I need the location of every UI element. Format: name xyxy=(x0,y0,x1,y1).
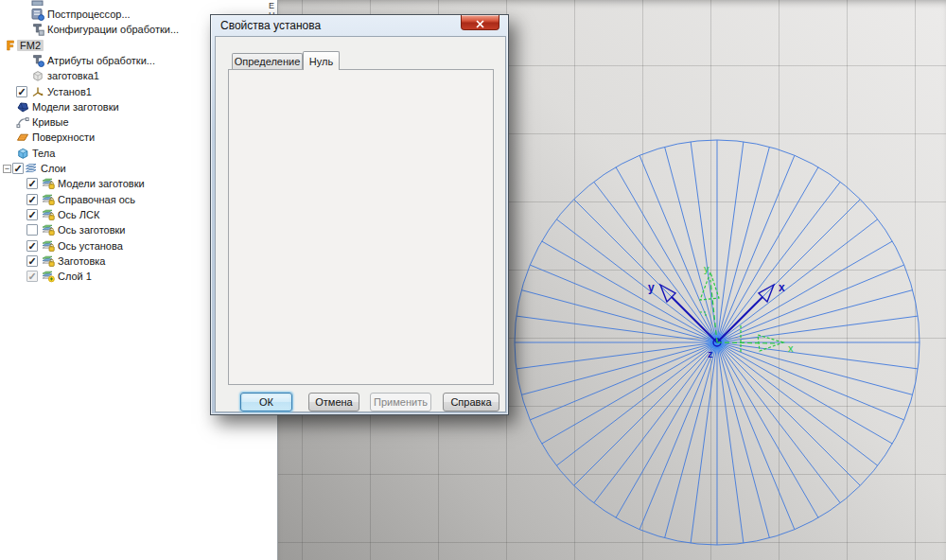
apply-button: Применить xyxy=(370,393,431,411)
tab-zero[interactable]: Нуль xyxy=(303,51,340,70)
tab-definition[interactable]: Определение xyxy=(232,53,303,69)
tree-item-checkbox[interactable]: ✓ xyxy=(16,86,27,97)
fm2-icon xyxy=(4,39,17,52)
tree-item-label: Заготовка xyxy=(58,255,105,267)
layer-lock-icon xyxy=(42,254,55,268)
tree-item-checkbox[interactable]: ✓ xyxy=(26,240,38,252)
tree-item-label: Справочная ось xyxy=(58,194,135,205)
tree-item-checkbox[interactable]: ✓ xyxy=(26,209,38,220)
tree-item-label: Слои xyxy=(41,163,66,174)
tree-item-checkbox[interactable]: ✓ xyxy=(26,178,38,189)
help-button[interactable]: Справка xyxy=(443,393,499,411)
ok-button[interactable]: ОК xyxy=(240,393,292,411)
tree-item-label: Тела xyxy=(32,148,55,159)
tree-item-label: Постпроцессор... xyxy=(47,9,131,20)
layers-icon xyxy=(25,162,38,175)
attributes-icon xyxy=(31,54,44,67)
tree-item-label: Ось заготовки xyxy=(58,224,125,236)
dialog-title: Свойства установа xyxy=(220,19,321,32)
surfaces-icon xyxy=(16,131,29,144)
clipped-icon xyxy=(31,0,44,6)
tree-item-label: Слой 1 xyxy=(58,271,92,282)
tree-item-label: Модели заготовки xyxy=(58,178,145,189)
layer-lock-icon xyxy=(42,193,55,206)
tree-item-label: Ось ЛСК xyxy=(58,209,99,220)
layer-lock-icon xyxy=(42,208,55,221)
postprocessor-icon xyxy=(31,8,44,21)
curves-icon xyxy=(16,115,29,129)
layer-lock-icon xyxy=(42,177,55,190)
tree-collapse-icon[interactable]: − xyxy=(3,165,11,173)
tree-item-label: FM2 xyxy=(17,40,44,51)
tree-item-label: Поверхности xyxy=(32,131,95,143)
tab-page-zero xyxy=(228,69,494,385)
layer-lock-icon xyxy=(42,239,55,253)
tree-item-checkbox[interactable]: ✓ xyxy=(26,194,38,205)
close-button[interactable] xyxy=(461,15,499,30)
configurations-icon xyxy=(31,23,44,36)
tree-item-label: заготовка1 xyxy=(47,70,99,81)
setup-properties-dialog: Свойства установа Определение Нуль Базир… xyxy=(210,14,509,415)
tree-item-checkbox[interactable]: ✓ xyxy=(26,255,38,267)
stock-models-icon xyxy=(16,100,29,114)
tree-item-label: Установ1 xyxy=(47,86,92,97)
tree-item-checkbox[interactable]: ✓ xyxy=(12,163,24,174)
panel-strip-letter: E xyxy=(269,1,274,10)
tree-item-label: Конфигурации обработки... xyxy=(47,24,179,35)
tree-item-checkbox[interactable]: ✓ xyxy=(26,271,38,282)
setup-axis-icon xyxy=(31,85,44,98)
stock-blank-icon xyxy=(31,69,44,82)
layer-plus-icon xyxy=(42,270,55,283)
cancel-button[interactable]: Отмена xyxy=(308,393,359,411)
tree-item-label: Атрибуты обработки... xyxy=(47,55,155,66)
dialog-titlebar[interactable]: Свойства установа xyxy=(211,15,508,36)
solids-icon xyxy=(16,147,29,160)
layer-lock-icon xyxy=(42,223,55,236)
tree-item-label: Ось установа xyxy=(58,240,123,252)
tree-item-label: Модели заготовки xyxy=(32,101,119,113)
close-icon xyxy=(476,20,484,28)
tree-item-label: Кривые xyxy=(32,116,69,128)
tree-item[interactable] xyxy=(0,0,277,7)
tree-item-checkbox[interactable] xyxy=(26,224,38,236)
